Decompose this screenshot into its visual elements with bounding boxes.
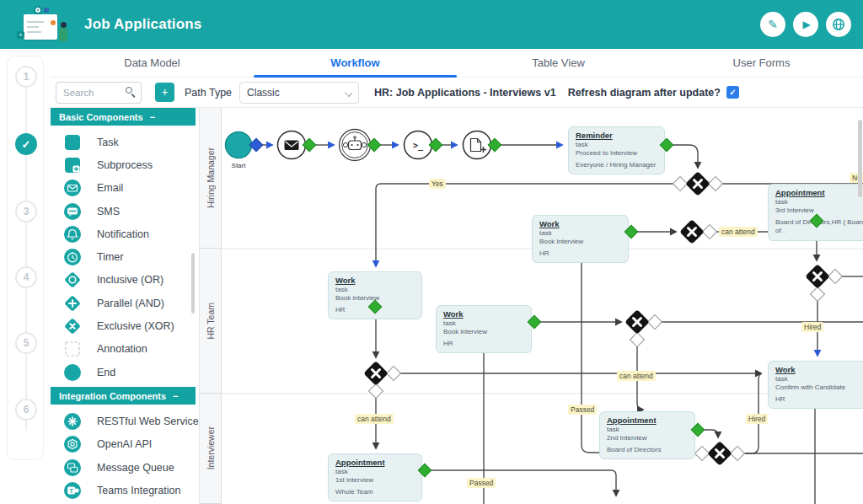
annotation-icon [63,340,82,358]
task-node-appointment-3rd[interactable]: Appointment task 3rd Interview Board of … [768,184,863,241]
step-6[interactable]: 6 [15,399,37,421]
email-icon [63,179,82,197]
step-5[interactable]: 5 [15,332,37,354]
palette-section-basic[interactable]: Basic Components − [51,108,196,126]
edit-button[interactable]: ✎ [760,12,785,37]
palette-item-inclusive-or[interactable]: Inclusive (OR) [51,269,196,292]
task-node-work-book-interview-2[interactable]: Work task Book interview HR [328,271,422,319]
event-nodes[interactable]: Start >_ [226,130,491,170]
task-node-work-book-interview-3[interactable]: Work task Book interview HR [436,305,532,353]
task-node-work-confirm[interactable]: Work task Confirm with Candidate HR [768,361,863,409]
publish-button[interactable] [826,12,851,37]
pencil-icon: ✎ [768,18,778,31]
palette-item-exclusive-xor[interactable]: Exclusive (XOR) [51,314,196,337]
run-button[interactable]: ▶ [793,12,818,37]
script-node: >_ [405,131,432,159]
task-icon [63,133,82,152]
step-1[interactable]: 1 [15,66,37,88]
chevron-down-icon [345,89,352,97]
email-node [278,131,306,159]
palette-item-teams[interactable]: T Teams Integration [51,479,196,501]
palette-section-integration[interactable]: Integration Components − [51,387,196,405]
chip-decoration-icon [44,8,49,13]
palette-item-parallel-and[interactable]: Parallel (AND) [51,292,196,314]
envelope-icon [285,141,299,151]
parallel-gateway-icon [63,294,82,313]
svg-text:T: T [70,487,74,493]
palette-item-task[interactable]: Task [51,131,196,153]
add-path-button[interactable]: + [155,83,174,102]
component-palette: Basic Components − Task Subprocess Email… [51,108,196,504]
edge-label-passed: Passed [467,478,496,488]
document-node [464,131,491,159]
lane-dividers [222,249,863,394]
task-node-work-book-interview-1[interactable]: Work task Book interview HR [532,215,629,263]
workflow-diagram: Start >_ [200,108,863,504]
start-node-label: Start [232,162,247,169]
edge-label-hired: Hired [746,414,768,424]
service-node [340,130,371,161]
tab-user-forms[interactable]: User Forms [660,49,863,77]
palette-item-message-queue[interactable]: Message Queue [51,456,196,479]
tab-table-view[interactable]: Table View [457,49,660,77]
workflow-stepper: 1 ✓ 3 4 5 6 [7,56,44,460]
palette-section-title: Basic Components [59,112,143,122]
xor-gateway [363,361,389,386]
tab-workflow[interactable]: Workflow [254,49,457,77]
palette-item-timer[interactable]: Timer [51,245,196,268]
palette-item-subprocess[interactable]: Subprocess [51,153,196,176]
exclusive-gateway-icon [63,317,82,335]
edge-label-can-attend: can attend [719,227,758,237]
task-node-appointment-1st[interactable]: Appointment task 1st Interview Whole Tea… [328,453,422,501]
workflow-canvas[interactable]: Hiring Manager HR Team Interviewer [199,108,863,504]
palette-item-email[interactable]: Email [51,177,196,200]
palette-item-sms[interactable]: SMS SMS [51,200,196,223]
globe-icon [832,18,845,31]
subprocess-icon [63,156,82,174]
xor-gateway [624,309,650,335]
xor-gateway [707,441,732,466]
edge-label-yes: Yes [429,179,446,189]
palette-item-restful[interactable]: RESTful Web Service [51,410,196,432]
xor-gateway [685,171,710,196]
palette-item-end[interactable]: End [51,361,196,383]
path-type-select[interactable]: Classic [239,82,359,104]
collapse-icon[interactable]: − [150,112,155,122]
palette-section-title: Integration Components [59,391,166,401]
teams-icon: T [63,481,82,500]
step-2-done[interactable]: ✓ [15,133,37,155]
diagram-title: HR: Job Applications - Interviews v1 [374,87,556,99]
gear-icon [63,412,82,431]
edge-label-hired: Hired [801,322,823,332]
edge-label-can-attend: can attend [355,414,394,424]
palette-item-annotation[interactable]: Annotation [51,338,196,361]
task-node-appointment-2nd[interactable]: Appointment task 2nd Interview Board of … [599,411,695,459]
path-type-label: Path Type [185,87,232,99]
step-4[interactable]: 4 [15,266,37,288]
play-icon: ▶ [802,19,810,30]
xor-gateway [805,264,830,289]
message-queue-icon [63,458,82,477]
terminal-icon: >_ [413,141,424,151]
refresh-checkbox[interactable] [726,86,739,99]
svg-text:SMS: SMS [68,209,76,213]
bell-icon [63,225,82,244]
tab-data-model[interactable]: Data Model [51,49,254,77]
inclusive-gateway-icon [63,271,82,289]
step-3[interactable]: 3 [15,201,37,223]
palette-scrollbar[interactable] [191,253,195,314]
canvas-scrollbar[interactable] [858,120,862,197]
main-tabs: Data Model Workflow Table View User Form… [51,49,863,78]
end-node-icon [63,363,82,382]
collapse-icon[interactable]: − [173,391,178,401]
search-icon [126,87,137,98]
workflow-toolbar: + Path Type Classic HR: Job Applications… [51,78,863,108]
start-node: Start [226,132,252,170]
path-type-value: Classic [247,87,280,99]
edge-label-passed: Passed [568,405,597,415]
palette-item-openai[interactable]: OpenAI API [51,433,196,456]
edge-label-can-attend: can attend [617,371,656,381]
task-node-reminder[interactable]: Reminder task Proceed to Interview Every… [568,126,665,174]
app-header: + Job Applications ✎ ▶ [0,0,863,49]
palette-item-notification[interactable]: Notification [51,223,196,245]
